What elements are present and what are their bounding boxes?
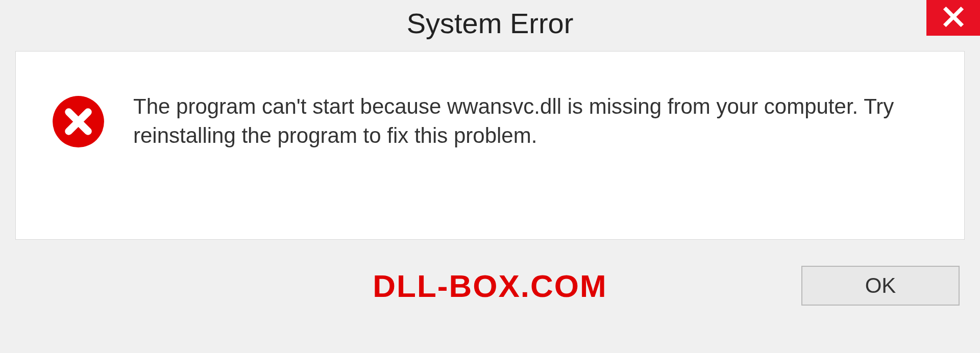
close-icon (942, 6, 965, 30)
error-icon (52, 95, 105, 148)
dialog-footer: DLL-BOX.COM OK (15, 240, 965, 332)
titlebar: System Error (0, 0, 980, 46)
ok-button-label: OK (865, 273, 896, 298)
ok-button[interactable]: OK (801, 266, 960, 306)
error-message: The program can't start because wwansvc.… (133, 92, 934, 150)
dialog-body: The program can't start because wwansvc.… (15, 51, 965, 240)
dialog-title: System Error (407, 7, 574, 40)
close-button[interactable] (926, 0, 980, 36)
watermark-text: DLL-BOX.COM (373, 268, 607, 304)
